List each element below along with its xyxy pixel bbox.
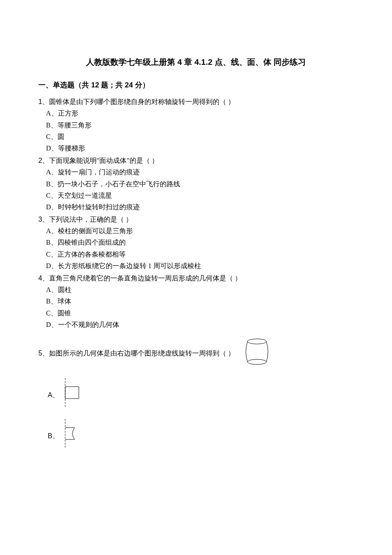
q2-opt-b: B、扔一块小石子，小石子在空中飞行的路线 <box>46 178 354 190</box>
q3-num: 3、 <box>38 216 49 223</box>
question-3: 3、下列说法中，正确的是（ ） A、棱柱的侧面可以是三角形 B、四棱锥由四个面组… <box>38 214 354 272</box>
concave-rotation-icon <box>62 419 84 452</box>
q5-option-b: B、 <box>38 419 354 452</box>
q1-opt-b: B、等腰三角形 <box>46 119 354 131</box>
q5-option-a: A、 <box>38 378 354 411</box>
q2-opt-a: A、旋转一扇门，门运动的痕迹 <box>46 166 354 178</box>
q1-opt-c: C、圆 <box>46 131 354 142</box>
q3-opt-a: A、棱柱的侧面可以是三角形 <box>46 225 354 237</box>
q1-opt-d: D、等腰梯形 <box>46 142 354 154</box>
q5-num: 5、 <box>38 350 49 357</box>
q4-text: 直角三角尺绕着它的一条直角边旋转一周后形成的几何体是（ ） <box>49 275 242 282</box>
q1-num: 1、 <box>38 98 49 105</box>
q1-text: 圆锥体是由下列哪个图形绕自身的对称轴旋转一周得到的（ ） <box>49 98 235 105</box>
q3-opt-c: C、正方体的各条棱都相等 <box>46 249 354 260</box>
rectangle-rotation-icon <box>62 378 84 411</box>
svg-point-1 <box>248 359 266 364</box>
svg-point-0 <box>248 339 266 344</box>
q5-opt-a-label: A、 <box>48 389 59 401</box>
q3-opt-b: B、四棱锥由四个面组成的 <box>46 237 354 248</box>
q2-text: 下面现象能说明"面动成体"的是（ ） <box>49 157 159 164</box>
q1-opt-a: A、正方形 <box>46 107 354 119</box>
section-heading: 一、单选题（共 12 题；共 24 分） <box>38 79 354 92</box>
question-5: 5、如图所示的几何体是由右边哪个图形绕虚线旋转一周得到（ ） <box>38 338 354 369</box>
q3-opt-d: D、长方形纸板绕它的一条边旋转 1 周可以形成棱柱 <box>46 260 354 272</box>
question-4: 4、直角三角尺绕着它的一条直角边旋转一周后形成的几何体是（ ） A、圆柱 B、球… <box>38 272 354 330</box>
q4-opt-b: B、球体 <box>46 295 354 307</box>
q4-opt-c: C、圆锥 <box>46 307 354 319</box>
q5-opt-b-label: B、 <box>48 430 59 442</box>
q2-num: 2、 <box>38 157 49 164</box>
question-1: 1、圆锥体是由下列哪个图形绕自身的对称轴旋转一周得到的（ ） A、正方形 B、等… <box>38 96 354 154</box>
barrel-solid-icon <box>245 338 269 369</box>
svg-rect-3 <box>65 387 79 399</box>
q3-text: 下列说法中，正确的是（ ） <box>49 216 133 223</box>
question-2: 2、下面现象能说明"面动成体"的是（ ） A、旋转一扇门，门运动的痕迹 B、扔一… <box>38 155 354 213</box>
q4-opt-a: A、圆柱 <box>46 284 354 295</box>
page-title: 人教版数学七年级上册第 4 章 4.1.2 点、线、面、体 同步练习 <box>38 55 354 69</box>
q4-opt-d: D、一个不规则的几何体 <box>46 319 354 330</box>
q2-opt-c: C、天空划过一道流星 <box>46 190 354 201</box>
q4-num: 4、 <box>38 275 49 282</box>
q2-opt-d: D、时钟秒针旋转时扫过的痕迹 <box>46 201 354 213</box>
q5-text: 如图所示的几何体是由右边哪个图形绕虚线旋转一周得到（ ） <box>49 350 235 357</box>
